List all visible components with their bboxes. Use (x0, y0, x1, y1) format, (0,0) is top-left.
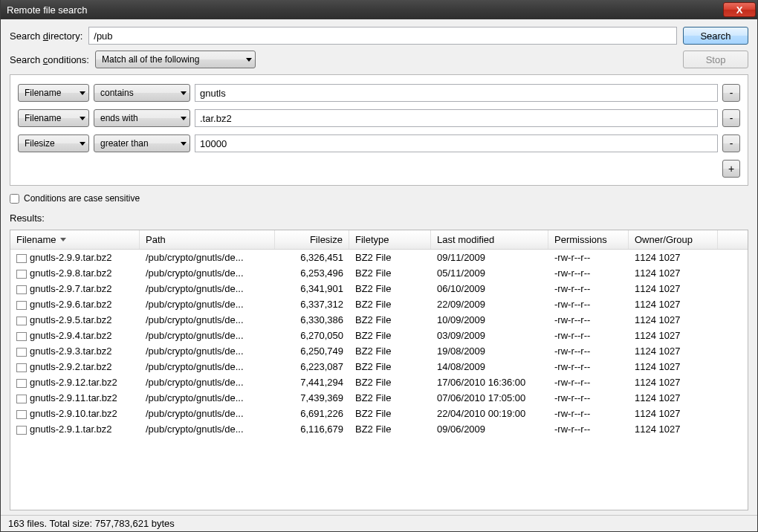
cell-filetype: BZ2 File (349, 408, 431, 419)
cell-permissions: -rw-r--r-- (548, 392, 629, 403)
cell-path: /pub/crypto/gnutls/de... (140, 408, 275, 419)
column-path[interactable]: Path (140, 230, 275, 249)
cell-path: /pub/crypto/gnutls/de... (140, 424, 275, 435)
cell-modified: 10/09/2009 (431, 314, 548, 325)
cell-filesize: 6,223,087 (275, 361, 349, 372)
table-row[interactable]: gnutls-2.9.11.tar.bz2/pub/crypto/gnutls/… (10, 390, 748, 406)
cell-owner: 1124 1027 (629, 392, 718, 403)
condition-value-input[interactable] (195, 134, 718, 152)
cell-path: /pub/crypto/gnutls/de... (140, 346, 275, 357)
table-row[interactable]: gnutls-2.9.6.tar.bz2/pub/crypto/gnutls/d… (10, 296, 748, 312)
condition-operator-dropdown[interactable]: ends with (94, 109, 190, 127)
remove-condition-button[interactable]: - (722, 134, 740, 152)
search-directory-label: Search directory: (10, 30, 82, 42)
cell-owner: 1124 1027 (629, 424, 718, 435)
cell-filetype: BZ2 File (349, 330, 431, 341)
cell-path: /pub/crypto/gnutls/de... (140, 377, 275, 388)
cell-modified: 09/06/2009 (431, 424, 548, 435)
chevron-down-icon (246, 58, 252, 62)
titlebar: Remote file search X (1, 0, 757, 19)
column-filename[interactable]: Filename (10, 230, 140, 249)
column-filesize[interactable]: Filesize (275, 230, 349, 249)
search-directory-row: Search directory: Search (10, 27, 748, 45)
table-row[interactable]: gnutls-2.9.8.tar.bz2/pub/crypto/gnutls/d… (10, 265, 748, 281)
chevron-down-icon (80, 117, 85, 120)
table-row[interactable]: gnutls-2.9.12.tar.bz2/pub/crypto/gnutls/… (10, 374, 748, 390)
remote-file-search-window: Remote file search X Search directory: S… (0, 0, 758, 532)
cell-owner: 1124 1027 (629, 346, 718, 357)
status-bar: 163 files. Total size: 757,783,621 bytes (1, 515, 757, 531)
table-row[interactable]: gnutls-2.9.1.tar.bz2/pub/crypto/gnutls/d… (10, 421, 748, 437)
file-icon (16, 395, 27, 403)
search-button[interactable]: Search (683, 27, 748, 45)
table-row[interactable]: gnutls-2.9.9.tar.bz2/pub/crypto/gnutls/d… (10, 250, 748, 265)
case-sensitive-checkbox[interactable] (10, 194, 19, 204)
table-row[interactable]: gnutls-2.9.10.tar.bz2/pub/crypto/gnutls/… (10, 406, 748, 421)
cell-path: /pub/crypto/gnutls/de... (140, 299, 275, 310)
condition-operator-dropdown[interactable]: contains (94, 84, 190, 102)
cell-filetype: BZ2 File (349, 252, 431, 263)
cell-filetype: BZ2 File (349, 346, 431, 357)
add-condition-button[interactable]: + (722, 160, 740, 178)
table-row[interactable]: gnutls-2.9.7.tar.bz2/pub/crypto/gnutls/d… (10, 281, 748, 296)
case-sensitive-label: Conditions are case sensitive (24, 193, 140, 204)
conditions-box: Filenamecontains-Filenameends with-Files… (10, 74, 748, 186)
cell-filetype: BZ2 File (349, 392, 431, 403)
column-last-modified[interactable]: Last modified (431, 230, 548, 249)
file-icon (16, 317, 27, 325)
cell-modified: 14/08/2009 (431, 361, 548, 372)
cell-permissions: -rw-r--r-- (548, 283, 629, 294)
remove-condition-button[interactable]: - (722, 109, 740, 127)
sort-descending-icon (60, 238, 66, 241)
cell-filename: gnutls-2.9.6.tar.bz2 (10, 299, 140, 310)
cell-filesize: 6,341,901 (275, 283, 349, 294)
column-filetype[interactable]: Filetype (349, 230, 431, 249)
results-label: Results: (10, 211, 748, 224)
condition-value-input[interactable] (195, 109, 718, 127)
condition-row: Filenameends with- (18, 109, 740, 127)
search-conditions-row: Search conditions: Match all of the foll… (10, 51, 748, 68)
cell-filename: gnutls-2.9.9.tar.bz2 (10, 252, 140, 263)
cell-filename: gnutls-2.9.12.tar.bz2 (10, 377, 140, 388)
close-button[interactable]: X (723, 2, 756, 17)
table-row[interactable]: gnutls-2.9.3.tar.bz2/pub/crypto/gnutls/d… (10, 343, 748, 359)
search-directory-input[interactable] (88, 27, 677, 45)
table-row[interactable]: gnutls-2.9.4.tar.bz2/pub/crypto/gnutls/d… (10, 328, 748, 343)
cell-filename: gnutls-2.9.10.tar.bz2 (10, 408, 140, 419)
remove-condition-button[interactable]: - (722, 84, 740, 102)
cell-permissions: -rw-r--r-- (548, 314, 629, 325)
match-mode-dropdown[interactable]: Match all of the following (95, 51, 256, 68)
cell-owner: 1124 1027 (629, 408, 718, 419)
cell-modified: 05/11/2009 (431, 267, 548, 279)
status-text: 163 files. Total size: 757,783,621 bytes (8, 518, 175, 529)
file-icon (16, 301, 27, 310)
table-row[interactable]: gnutls-2.9.5.tar.bz2/pub/crypto/gnutls/d… (10, 312, 748, 328)
cell-filesize: 6,691,226 (275, 408, 349, 419)
cell-owner: 1124 1027 (629, 361, 718, 372)
condition-operator-dropdown[interactable]: greater than (94, 134, 190, 152)
chevron-down-icon (181, 142, 187, 146)
condition-value-input[interactable] (195, 84, 718, 102)
stop-button[interactable]: Stop (683, 51, 748, 68)
condition-field-dropdown[interactable]: Filename (18, 84, 89, 102)
cell-owner: 1124 1027 (629, 299, 718, 310)
results-body[interactable]: gnutls-2.9.9.tar.bz2/pub/crypto/gnutls/d… (10, 250, 748, 510)
cell-filetype: BZ2 File (349, 424, 431, 435)
condition-field-dropdown[interactable]: Filesize (18, 134, 89, 152)
content-area: Search directory: Search Search conditio… (1, 19, 757, 515)
table-row[interactable]: gnutls-2.9.2.tar.bz2/pub/crypto/gnutls/d… (10, 359, 748, 374)
cell-filename: gnutls-2.9.5.tar.bz2 (10, 314, 140, 325)
cell-filename: gnutls-2.9.7.tar.bz2 (10, 283, 140, 294)
column-owner-group[interactable]: Owner/Group (629, 230, 718, 249)
cell-path: /pub/crypto/gnutls/de... (140, 330, 275, 341)
condition-field-dropdown[interactable]: Filename (18, 109, 89, 127)
file-icon (16, 254, 27, 263)
search-conditions-label: Search conditions: (10, 54, 89, 65)
chevron-down-icon (80, 142, 85, 146)
cell-filename: gnutls-2.9.11.tar.bz2 (10, 392, 140, 403)
cell-filename: gnutls-2.9.2.tar.bz2 (10, 361, 140, 372)
cell-permissions: -rw-r--r-- (548, 408, 629, 419)
close-icon: X (736, 4, 743, 16)
cell-modified: 22/09/2009 (431, 299, 548, 310)
column-permissions[interactable]: Permissions (548, 230, 629, 249)
